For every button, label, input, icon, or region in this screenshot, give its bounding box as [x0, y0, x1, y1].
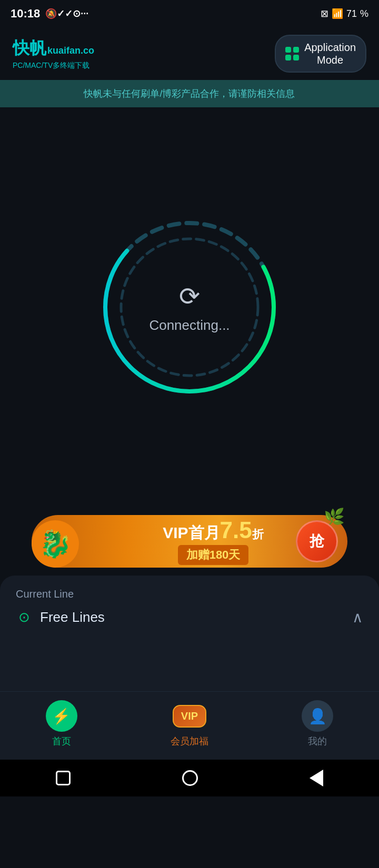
wifi-icon: 📶 [332, 8, 343, 19]
vip-banner[interactable]: 🐉 VIP首月7.5折 加赠180天 🌿 抢 [32, 515, 347, 568]
app-mode-label: ApplicationMode [304, 41, 356, 66]
vip-nav-label: 会员加福 [171, 735, 208, 748]
vip-title: VIP首月7.5折 [163, 518, 264, 543]
notice-text: 快帆未与任何刷单/博彩产品合作，请谨防相关信息 [84, 87, 295, 100]
vip-title-prefix: VIP首月 [163, 524, 220, 541]
android-home-button[interactable] [182, 770, 198, 786]
android-recent-button[interactable] [56, 771, 71, 785]
profile-label: 我的 [308, 735, 327, 748]
spinner-container: ⟳ Connecting... [95, 213, 284, 402]
nav-item-profile[interactable]: 👤 我的 [302, 700, 333, 748]
header: 快帆 kuaifan.co PC/MAC/TV多终端下载 Application… [0, 27, 379, 80]
vip-banner-area: 🐉 VIP首月7.5折 加赠180天 🌿 抢 [0, 507, 379, 576]
nav-item-home[interactable]: ⚡ 首页 [46, 700, 77, 748]
grid-icon [285, 47, 299, 60]
main-content: ⟳ Connecting... [0, 107, 379, 507]
line-info: ⊙ Free Lines [16, 609, 105, 626]
status-bar: 10:18 🔕✓✓⊙··· ⊠ 📶 71 % [0, 0, 379, 27]
spinner-ring-svg [95, 213, 284, 402]
svg-point-2 [121, 239, 258, 376]
vip-grab-button[interactable]: 抢 [296, 520, 338, 562]
free-lines-text: Free Lines [40, 609, 105, 625]
mascot-icon: 🐉 [32, 520, 79, 568]
vip-title-suffix: 折 [252, 528, 264, 541]
logo-area: 快帆 kuaifan.co PC/MAC/TV多终端下载 [13, 37, 94, 70]
signal-icons: 🔕✓✓⊙··· [45, 8, 88, 19]
vip-sub-badge: 加赠180天 [178, 545, 249, 565]
current-line-label: Current Line [16, 588, 363, 600]
vip-discount: 7.5 [220, 517, 252, 543]
logo-domain: kuaifan.co [47, 45, 94, 56]
chevron-up-icon[interactable]: ∧ [352, 609, 363, 626]
x-icon: ⊠ [321, 8, 328, 19]
android-nav-bar [0, 760, 379, 796]
status-time: 10:18 🔕✓✓⊙··· [11, 7, 88, 21]
nav-item-vip[interactable]: VIP 会员加福 [168, 700, 211, 748]
logo-subtitle: PC/MAC/TV多终端下载 [13, 61, 94, 70]
logo-chinese: 快帆 [13, 37, 46, 60]
logo-top: 快帆 kuaifan.co [13, 37, 94, 60]
home-label: 首页 [52, 735, 71, 748]
profile-icon: 👤 [302, 700, 333, 732]
status-right-icons: ⊠ 📶 71 % [321, 8, 368, 19]
android-back-button[interactable] [310, 770, 323, 786]
location-icon: ⊙ [16, 609, 33, 626]
vip-nav-icon: VIP [168, 700, 211, 732]
notice-banner: 快帆未与任何刷单/博彩产品合作，请谨防相关信息 [0, 80, 379, 107]
home-icon: ⚡ [46, 700, 77, 732]
time-display: 10:18 [11, 7, 40, 21]
vip-mascot: 🐉 [26, 510, 84, 568]
vip-badge: VIP [173, 705, 206, 728]
battery-display: 71 [346, 8, 357, 19]
vip-sub-text: 加赠180天 [186, 548, 241, 561]
bottom-panel: Current Line ⊙ Free Lines ∧ [0, 576, 379, 691]
battery-icon: % [360, 8, 368, 19]
line-row[interactable]: ⊙ Free Lines ∧ [16, 609, 363, 626]
vip-grab-label: 抢 [310, 531, 324, 551]
bottom-nav: ⚡ 首页 VIP 会员加福 👤 我的 [0, 691, 379, 760]
app-mode-button[interactable]: ApplicationMode [275, 35, 366, 73]
